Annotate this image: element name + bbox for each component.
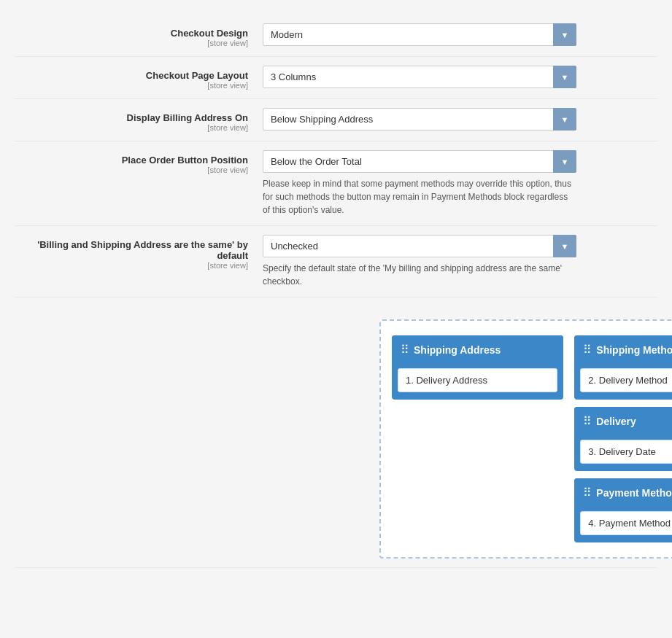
grid-drag-icon: ⠿ bbox=[583, 414, 590, 428]
select-place-order-button[interactable]: Below the Order TotalBelow Shipping Addr… bbox=[263, 150, 576, 173]
grid-drag-icon: ⠿ bbox=[401, 343, 408, 357]
store-view-billing-shipping-same: [store view] bbox=[15, 261, 248, 270]
store-view-checkout-page-layout: [store view] bbox=[15, 81, 248, 90]
store-view-checkout-design: [store view] bbox=[15, 39, 248, 47]
block-item-shipping-method-block[interactable]: 2. Delivery Method bbox=[580, 368, 672, 392]
store-view-place-order-button: [store view] bbox=[15, 166, 248, 174]
block-header-shipping-method-block: ⠿Shipping Method bbox=[574, 335, 672, 364]
hint-place-order-button: Please keep in mind that some payment me… bbox=[263, 177, 576, 217]
select-billing-shipping-same[interactable]: UncheckedChecked bbox=[263, 235, 576, 257]
block-card-shipping-method-block[interactable]: ⠿Shipping Method2. Delivery Method bbox=[574, 335, 672, 400]
row-display-billing-address: Display Billing Address On[store view]Be… bbox=[15, 99, 657, 141]
label-display-billing-address: Display Billing Address On bbox=[15, 112, 248, 123]
label-billing-shipping-same: 'Billing and Shipping Address are the sa… bbox=[15, 239, 248, 261]
row-place-order-button: Place Order Button Position[store view]B… bbox=[15, 141, 657, 226]
block-title-shipping-method-block: Shipping Method bbox=[596, 344, 672, 356]
hint-billing-shipping-same: Specify the default state of the 'My bil… bbox=[263, 262, 576, 288]
block-header-shipping-address-block: ⠿Shipping Address bbox=[392, 335, 563, 364]
block-card-delivery-block[interactable]: ⠿Delivery3. Delivery Date bbox=[574, 407, 672, 471]
block-title-payment-method-block: Payment Method bbox=[596, 487, 672, 499]
blocks-grid: ⠿Shipping Address1. Delivery Address⠿Shi… bbox=[392, 335, 672, 542]
row-checkout-page-layout: Checkout Page Layout[store view]3 Column… bbox=[15, 57, 657, 99]
grid-drag-icon: ⠿ bbox=[583, 343, 590, 357]
block-title-shipping-address-block: Shipping Address bbox=[414, 344, 501, 356]
select-wrapper-checkout-page-layout: 3 Columns2 Columns1 Column bbox=[263, 66, 576, 88]
block-item-shipping-address-block[interactable]: 1. Delivery Address bbox=[398, 368, 557, 392]
label-checkout-design: Checkout Design bbox=[15, 28, 248, 39]
block-header-payment-method-block: ⠿Payment Method bbox=[574, 478, 672, 507]
select-wrapper-display-billing-address: Below Shipping AddressPayment MethodsBel… bbox=[263, 108, 576, 131]
select-wrapper-place-order-button: Below the Order TotalBelow Shipping Addr… bbox=[263, 150, 576, 173]
drag-drop-row: ⠿Shipping Address1. Delivery Address⠿Shi… bbox=[15, 305, 657, 568]
store-view-display-billing-address: [store view] bbox=[15, 123, 248, 132]
block-card-payment-method-block[interactable]: ⠿Payment Method4. Payment Method bbox=[574, 478, 672, 542]
drag-drop-container: ⠿Shipping Address1. Delivery Address⠿Shi… bbox=[379, 319, 672, 559]
grid-drag-icon: ⠿ bbox=[583, 486, 590, 499]
select-display-billing-address[interactable]: Below Shipping AddressPayment MethodsBel… bbox=[263, 108, 576, 131]
block-card-shipping-address-block[interactable]: ⠿Shipping Address1. Delivery Address bbox=[392, 335, 563, 400]
label-place-order-button: Place Order Button Position bbox=[15, 155, 248, 166]
row-checkout-design: Checkout Design[store view]ModernOne Col… bbox=[15, 15, 657, 57]
row-billing-shipping-same: 'Billing and Shipping Address are the sa… bbox=[15, 226, 657, 297]
block-header-delivery-block: ⠿Delivery bbox=[574, 407, 672, 435]
column-1: ⠿Shipping Address1. Delivery Address bbox=[392, 335, 563, 400]
block-item-delivery-block[interactable]: 3. Delivery Date bbox=[580, 440, 672, 464]
label-checkout-page-layout: Checkout Page Layout bbox=[15, 70, 248, 81]
column-2: ⠿Shipping Method2. Delivery Method⠿Deliv… bbox=[574, 335, 672, 542]
block-title-delivery-block: Delivery bbox=[596, 416, 636, 427]
select-checkout-design[interactable]: ModernOne ColumnTwo Columns bbox=[263, 23, 576, 46]
block-item-payment-method-block[interactable]: 4. Payment Method bbox=[580, 511, 672, 535]
select-wrapper-checkout-design: ModernOne ColumnTwo Columns bbox=[263, 23, 576, 46]
select-wrapper-billing-shipping-same: UncheckedChecked bbox=[263, 235, 576, 257]
select-checkout-page-layout[interactable]: 3 Columns2 Columns1 Column bbox=[263, 66, 576, 88]
